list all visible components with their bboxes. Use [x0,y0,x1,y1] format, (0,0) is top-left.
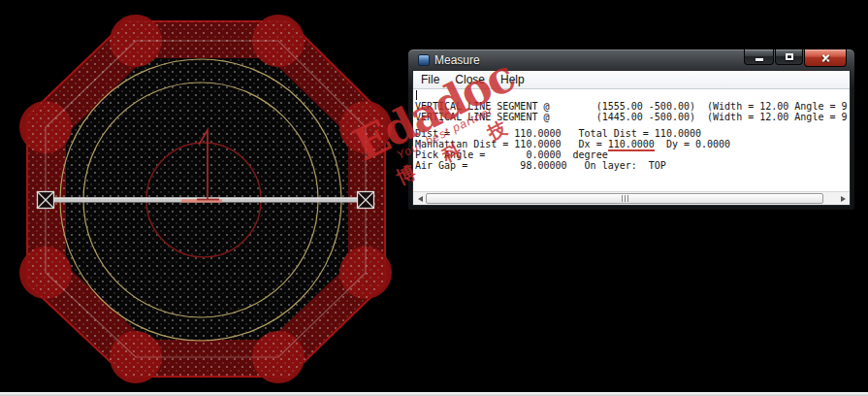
maximize-button[interactable] [775,50,803,65]
segment-line: VERTICAL LINE SEGMENT @ (1445.00 -500.00… [415,112,850,122]
scroll-right-icon [841,196,846,202]
titlebar[interactable]: Measure [412,50,851,70]
thumb-grip-icon [625,195,626,202]
screenshot-bottom-edge [0,392,868,396]
measure-window: Measure File Close Help V [407,49,855,211]
close-button[interactable] [804,50,847,67]
minimize-icon [755,58,763,61]
pcb-canvas[interactable] [0,0,407,396]
segment-endpoint-marker-right[interactable] [358,192,374,209]
desktop-background: Measure File Close Help V [0,0,868,396]
dist-line: Dist = 110.0000 Total Dist = 110.0000 [415,128,850,139]
maximize-icon [786,53,793,60]
minimize-button[interactable] [744,50,774,65]
thumb-grip-icon [627,195,628,202]
menubar: File Close Help [413,71,850,89]
menu-file[interactable]: File [421,73,439,86]
close-icon [820,52,831,63]
text-cursor-line [415,90,850,101]
thumb-grip-icon [622,195,623,202]
scroll-left-icon [418,196,423,202]
air-gap-line: Air Gap = 98.00000 On layer: TOP [415,160,850,171]
horizontal-scrollbar[interactable] [413,191,850,205]
scrollbar-thumb[interactable] [426,193,823,204]
measure-output-area[interactable]: VERTICAL LINE SEGMENT @ (1555.00 -500.00… [413,89,850,191]
segment-endpoint-marker-left[interactable] [38,192,54,209]
scroll-left-button[interactable] [414,193,426,204]
menu-close[interactable]: Close [455,73,485,86]
dx-value-underlined: 110.0000 [608,139,655,151]
scroll-right-button[interactable] [837,193,849,204]
window-title: Measure [434,53,480,67]
measure-app-icon [418,54,430,66]
text-cursor [416,90,417,100]
segment-line: VERTICAL LINE SEGMENT @ (1555.00 -500.00… [415,101,850,112]
manhattan-line: Manhattan Dist = 110.0000 Dx = 110.0000 … [415,139,850,149]
menu-help[interactable]: Help [500,73,525,86]
